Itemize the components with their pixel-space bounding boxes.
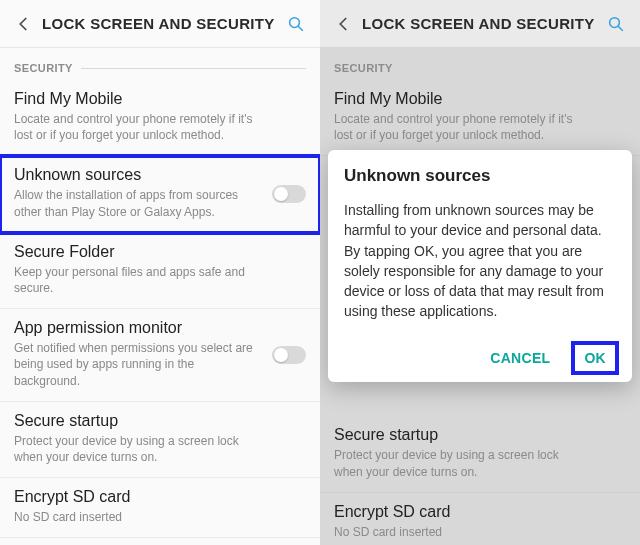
item-desc: Keep your personal files and apps safe a…: [14, 264, 306, 296]
page-title: LOCK SCREEN AND SECURITY: [38, 15, 282, 32]
item-app-permission-monitor[interactable]: App permission monitor Get notified when…: [0, 309, 320, 402]
section-rule: [81, 68, 306, 69]
screen-right: LOCK SCREEN AND SECURITY SECURITY Find M…: [320, 0, 640, 545]
dialog-title: Unknown sources: [344, 166, 616, 186]
item-title: Secure Folder: [14, 243, 306, 261]
item-title: Secure startup: [334, 426, 626, 444]
section-header: SECURITY: [320, 48, 640, 80]
screen-left: LOCK SCREEN AND SECURITY SECURITY Find M…: [0, 0, 320, 545]
chevron-left-icon: [335, 15, 353, 33]
item-desc: Get notified when permissions you select…: [14, 340, 306, 389]
item-desc: Locate and control your phone remotely i…: [334, 111, 626, 143]
svg-line-3: [618, 26, 623, 31]
item-secure-startup[interactable]: Secure startup Protect your device by us…: [0, 402, 320, 478]
back-button[interactable]: [330, 10, 358, 38]
search-button[interactable]: [602, 10, 630, 38]
cancel-button[interactable]: CANCEL: [480, 344, 560, 372]
item-desc: Allow the installation of apps from sour…: [14, 187, 306, 219]
svg-point-0: [290, 17, 300, 27]
section-rule: [401, 68, 626, 69]
item-title: App permission monitor: [14, 319, 306, 337]
item-desc: Locate and control your phone remotely i…: [14, 111, 306, 143]
unknown-sources-dialog: Unknown sources Installing from unknown …: [328, 150, 632, 382]
svg-line-1: [298, 26, 303, 31]
svg-point-2: [610, 17, 620, 27]
item-title: Encrypt SD card: [14, 488, 306, 506]
search-icon: [287, 15, 305, 33]
item-title: Encrypt SD card: [334, 503, 626, 521]
item-title: Secure startup: [14, 412, 306, 430]
section-label: SECURITY: [334, 62, 393, 74]
item-encrypt-sd[interactable]: Encrypt SD card No SD card inserted: [0, 478, 320, 538]
dialog-actions: CANCEL OK: [344, 344, 616, 372]
item-title: Unknown sources: [14, 166, 306, 184]
section-label: SECURITY: [14, 62, 73, 74]
item-secure-folder[interactable]: Secure Folder Keep your personal files a…: [0, 233, 320, 309]
search-button[interactable]: [282, 10, 310, 38]
back-button[interactable]: [10, 10, 38, 38]
search-icon: [607, 15, 625, 33]
app-header: LOCK SCREEN AND SECURITY: [0, 0, 320, 48]
item-title: Find My Mobile: [14, 90, 306, 108]
item-title: Find My Mobile: [334, 90, 626, 108]
app-permission-toggle[interactable]: [272, 346, 306, 364]
item-desc: No SD card inserted: [14, 509, 306, 525]
dialog-body: Installing from unknown sources may be h…: [344, 200, 616, 322]
ok-button[interactable]: OK: [574, 344, 616, 372]
chevron-left-icon: [15, 15, 33, 33]
item-desc: No SD card inserted: [334, 524, 626, 540]
item-desc: Protect your device by using a screen lo…: [14, 433, 306, 465]
app-header: LOCK SCREEN AND SECURITY: [320, 0, 640, 48]
item-unknown-sources[interactable]: Unknown sources Allow the installation o…: [0, 156, 320, 232]
item-find-my-mobile[interactable]: Find My Mobile Locate and control your p…: [320, 80, 640, 156]
item-find-my-mobile[interactable]: Find My Mobile Locate and control your p…: [0, 80, 320, 156]
item-secure-startup[interactable]: Secure startup Protect your device by us…: [320, 416, 640, 492]
page-title: LOCK SCREEN AND SECURITY: [358, 15, 602, 32]
unknown-sources-toggle[interactable]: [272, 185, 306, 203]
item-desc: Protect your device by using a screen lo…: [334, 447, 626, 479]
item-encrypt-sd[interactable]: Encrypt SD card No SD card inserted: [320, 493, 640, 545]
section-header: SECURITY: [0, 48, 320, 80]
